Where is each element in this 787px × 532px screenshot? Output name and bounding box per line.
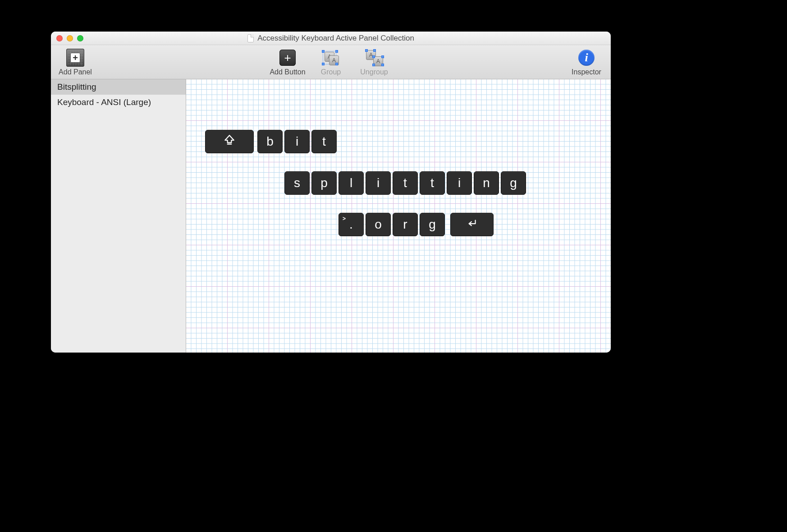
key-label: o [375, 217, 382, 232]
editor-canvas[interactable]: bitsplitting>.org [186, 79, 611, 353]
key-corner-glyph: > [343, 216, 346, 222]
key-label: t [322, 134, 326, 149]
sidebar-item-label: Bitsplitting [57, 82, 96, 92]
key-label: l [350, 176, 352, 190]
inspector-button[interactable]: i Inspector [568, 49, 604, 76]
key-label: t [430, 176, 434, 190]
canvas-key-t[interactable]: t [311, 130, 337, 153]
canvas-key-r[interactable]: r [393, 213, 418, 236]
canvas-key-p[interactable]: p [311, 171, 337, 195]
group-icon: A A [322, 50, 340, 65]
close-window-button[interactable] [56, 35, 63, 41]
content-area: BitsplittingKeyboard - ANSI (Large) bits… [51, 79, 611, 353]
shift-icon [224, 134, 235, 149]
canvas-key-shift[interactable] [205, 130, 254, 153]
zoom-window-button[interactable] [77, 35, 83, 41]
key-label: i [458, 176, 461, 190]
titlebar[interactable]: Accessibility Keyboard Active Panel Coll… [51, 32, 611, 45]
add-panel-button[interactable]: + Add Panel [57, 49, 93, 76]
canvas-key-g2[interactable]: g [420, 213, 445, 236]
window-title: Accessibility Keyboard Active Panel Coll… [257, 34, 414, 43]
ungroup-button: A A Ungroup [356, 49, 392, 76]
sidebar-item[interactable]: Keyboard - ANSI (Large) [51, 95, 186, 110]
canvas-key-i2[interactable]: i [366, 171, 391, 195]
add-button-button[interactable]: + Add Button [270, 49, 306, 76]
ungroup-label: Ungroup [360, 68, 388, 76]
sidebar-item[interactable]: Bitsplitting [51, 79, 186, 95]
sidebar-item-label: Keyboard - ANSI (Large) [57, 97, 151, 107]
canvas-key-dot[interactable]: >. [339, 213, 364, 236]
canvas-key-g[interactable]: g [501, 171, 526, 195]
group-button: A A Group [313, 49, 349, 76]
key-label: r [403, 217, 407, 232]
inspector-label: Inspector [572, 68, 601, 76]
key-label: t [403, 176, 407, 190]
canvas-key-s[interactable]: s [284, 171, 310, 195]
canvas-key-t3[interactable]: t [420, 171, 445, 195]
panel-list-sidebar[interactable]: BitsplittingKeyboard - ANSI (Large) [51, 79, 186, 353]
key-label: g [429, 217, 436, 232]
canvas-key-return[interactable] [450, 213, 494, 236]
group-label: Group [321, 68, 341, 76]
key-label: n [483, 176, 490, 190]
traffic-lights [56, 35, 83, 41]
canvas-key-l[interactable]: l [339, 171, 364, 195]
canvas-key-t2[interactable]: t [393, 171, 418, 195]
canvas-key-i[interactable]: i [284, 130, 310, 153]
add-button-label: Add Button [270, 68, 305, 76]
add-panel-icon: + [66, 49, 84, 67]
ungroup-icon: A A [365, 50, 383, 65]
window-title-area: Accessibility Keyboard Active Panel Coll… [247, 34, 414, 43]
minimize-window-button[interactable] [67, 35, 73, 41]
key-label: b [266, 134, 274, 149]
panel-editor-window: Accessibility Keyboard Active Panel Coll… [51, 32, 611, 353]
key-label: s [294, 176, 300, 190]
add-panel-label: Add Panel [59, 68, 92, 76]
return-icon [466, 217, 478, 232]
canvas-key-o[interactable]: o [366, 213, 391, 236]
canvas-key-i3[interactable]: i [447, 171, 472, 195]
key-label: i [296, 134, 298, 149]
info-icon: i [578, 50, 595, 66]
add-button-icon: + [279, 50, 296, 66]
canvas-key-b[interactable]: b [257, 130, 283, 153]
key-label: g [510, 176, 517, 190]
canvas-key-n[interactable]: n [474, 171, 499, 195]
key-label: . [349, 217, 353, 232]
key-label: p [320, 176, 328, 190]
toolbar: + Add Panel + Add Button A A [51, 45, 611, 79]
key-label: i [377, 176, 380, 190]
document-icon [247, 34, 254, 42]
